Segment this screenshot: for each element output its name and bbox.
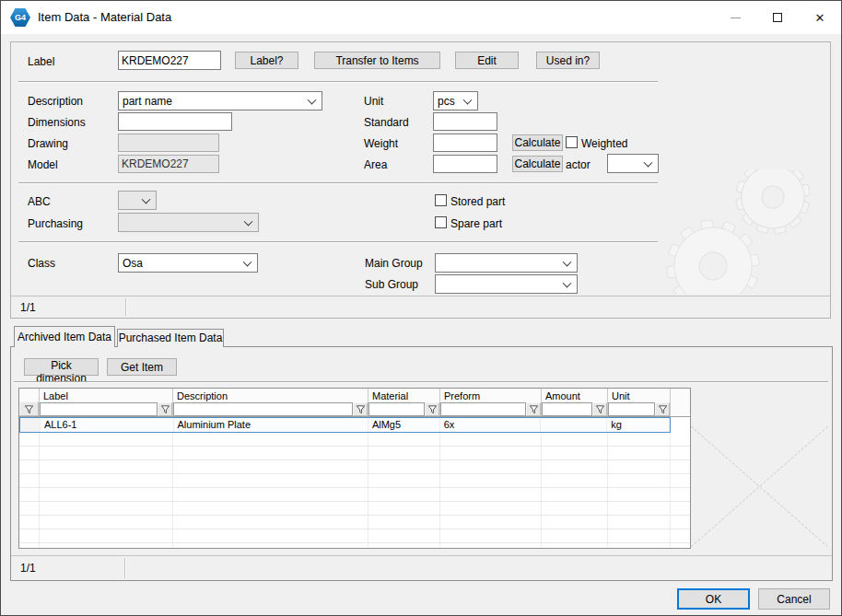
filter-funnel-icon — [658, 404, 668, 414]
dimensions-input[interactable] — [118, 112, 232, 131]
empty-row — [19, 474, 690, 488]
separator — [18, 81, 658, 83]
maximize-button[interactable] — [756, 1, 799, 34]
grid-column-label[interactable]: Label — [40, 389, 173, 416]
grid-filter-input-material[interactable] — [368, 402, 425, 416]
filter-funnel-button[interactable] — [425, 402, 439, 416]
titlebar: G4 Item Data - Material Data ✕ — [1, 1, 841, 34]
filter-funnel-button[interactable] — [592, 402, 607, 416]
dialog-item-data-material-data: G4 Item Data - Material Data ✕ — [0, 0, 842, 616]
filter-funnel-button[interactable] — [655, 402, 670, 416]
filter-funnel-button[interactable] — [158, 402, 172, 416]
sub-group-label: Sub Group — [365, 278, 418, 291]
empty-row — [19, 447, 690, 460]
cancel-button[interactable]: Cancel — [758, 588, 830, 610]
edit-button[interactable]: Edit — [455, 52, 519, 69]
grid-filter-input-amount[interactable] — [542, 402, 592, 416]
grid-column-unit[interactable]: Unit — [608, 389, 671, 416]
cell-label: ALL6-1 — [41, 418, 174, 432]
drawing-input — [118, 134, 219, 152]
transfer-to-items-button[interactable]: Transfer to Items — [314, 52, 440, 69]
area-label: Area — [364, 158, 387, 171]
separator — [18, 182, 658, 184]
grid-column-amount[interactable]: Amount — [542, 389, 608, 416]
abc-combobox[interactable] — [118, 191, 157, 210]
chevron-down-icon — [308, 95, 317, 104]
grid-filter-input-label[interactable] — [40, 402, 158, 416]
grid-filter-input-description[interactable] — [173, 402, 353, 416]
filter-funnel-button[interactable] — [526, 402, 541, 416]
filter-funnel-button[interactable] — [19, 401, 39, 416]
chevron-down-icon — [243, 257, 252, 266]
weight-label: Weight — [364, 137, 398, 150]
grid-column-preform[interactable]: Preform — [440, 389, 542, 416]
dimensions-label: Dimensions — [28, 116, 86, 129]
purchasing-combobox[interactable] — [118, 213, 259, 232]
grid-column-description[interactable]: Description — [173, 389, 368, 416]
description-value: part name — [123, 95, 172, 108]
unit-combobox[interactable]: pcs — [433, 91, 478, 110]
minimize-button[interactable] — [714, 1, 756, 34]
filter-funnel-icon — [356, 404, 366, 414]
sub-group-combobox[interactable] — [435, 274, 578, 294]
divider — [125, 298, 127, 316]
empty-row — [19, 529, 690, 543]
spare-part-label: Spare part — [450, 217, 502, 230]
close-button[interactable]: ✕ — [799, 1, 841, 34]
chevron-down-icon — [244, 216, 253, 226]
filter-funnel-icon — [427, 404, 438, 414]
factor-combobox[interactable] — [607, 154, 659, 173]
filter-funnel-icon — [529, 404, 539, 414]
filter-funnel-icon — [595, 404, 605, 414]
minimize-icon — [731, 17, 741, 18]
unit-value: pcs — [438, 95, 455, 108]
weight-input[interactable] — [433, 134, 497, 152]
ok-button[interactable]: OK — [677, 588, 750, 610]
pick-dimension-button[interactable]: Pick dimension — [24, 358, 99, 376]
empty-row — [19, 460, 690, 474]
calculate-weight-button[interactable]: Calculate — [512, 134, 563, 151]
maximize-icon — [773, 13, 782, 22]
filter-funnel-button[interactable] — [353, 402, 368, 416]
spare-part-checkbox[interactable] — [435, 216, 447, 228]
calculate-area-button[interactable]: Calculate — [512, 156, 563, 172]
tab-purchased-item-data[interactable]: Purchased Item Data — [117, 329, 224, 347]
chevron-down-icon — [644, 157, 653, 167]
used-in-button[interactable]: Used in? — [536, 52, 600, 69]
cell-unit: kg — [607, 418, 670, 432]
chevron-down-icon — [563, 257, 572, 266]
record-count-top: 1/1 — [20, 301, 36, 314]
tab-archived-item-data[interactable]: Archived Item Data — [14, 326, 115, 347]
grid-selector-column-header — [19, 389, 40, 416]
chevron-down-icon — [142, 194, 151, 203]
area-input[interactable] — [433, 155, 497, 173]
label-label: Label — [28, 55, 54, 68]
app-icon: G4 — [10, 8, 30, 27]
grid-filter-input-unit[interactable] — [608, 402, 655, 416]
main-group-combobox[interactable] — [435, 253, 578, 273]
standard-input[interactable] — [433, 112, 497, 131]
get-item-button[interactable]: Get Item — [107, 358, 177, 376]
gear-watermark-image — [644, 169, 828, 294]
model-input — [118, 155, 219, 173]
chevron-down-icon — [463, 95, 473, 104]
description-combobox[interactable]: part name — [118, 91, 322, 110]
empty-row — [19, 516, 690, 529]
class-combobox[interactable]: Osa — [118, 253, 258, 273]
model-label: Model — [28, 158, 58, 171]
stored-part-checkbox[interactable] — [435, 194, 447, 206]
record-navigator-bottom: 1/1 — [11, 555, 832, 580]
standard-label: Standard — [364, 116, 409, 129]
grid-filter-input-preform[interactable] — [440, 402, 526, 416]
purchasing-label: Purchasing — [28, 217, 83, 230]
grid-column-material[interactable]: Material — [368, 389, 440, 416]
separator — [14, 381, 828, 383]
cell-preform: 6x — [440, 418, 542, 432]
archived-item-data-panel: Pick dimension Get Item Label — [10, 346, 833, 581]
weighted-checkbox[interactable] — [566, 136, 578, 148]
grid-header: Label Description — [19, 389, 690, 417]
table-row[interactable]: ALL6-1 Aluminium Plate AlMg5 6x kg — [19, 417, 671, 433]
cell-amount — [541, 418, 607, 432]
label-question-button[interactable]: Label? — [235, 52, 298, 69]
label-input[interactable] — [118, 51, 221, 70]
